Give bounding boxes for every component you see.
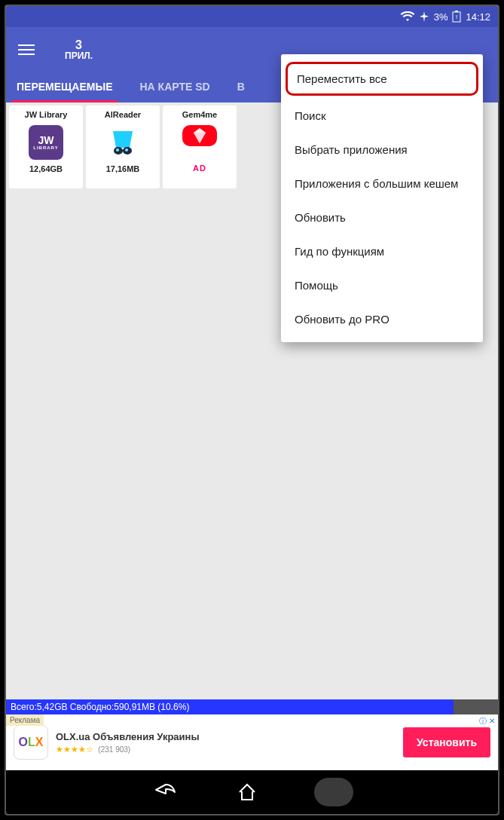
app-icon [105,125,140,160]
svg-text:!: ! [456,14,457,20]
app-count: 3 ПРИЛ. [65,38,93,62]
ad-banner[interactable]: Реклама ⓘ ✕ OLX OLX.ua Объявления Украин… [6,714,498,770]
app-icon [182,125,217,146]
hamburger-icon[interactable] [18,39,39,60]
app-name: JW Library [25,110,68,119]
tab-sdcard[interactable]: НА КАРТЕ SD [136,73,215,102]
menu-upgrade-pro[interactable]: Обновить до PRO [281,302,483,336]
app-ad-label: AD [185,151,214,185]
tab-other[interactable]: В [233,73,249,102]
storage-text: Всего:5,42GB Свободно:590,91MB (10.6%) [11,702,189,712]
clock: 14:12 [466,11,490,23]
airplane-icon [419,11,429,22]
overflow-menu: Переместить все Поиск Выбрать приложения… [281,54,483,342]
battery-percent: 3% [434,11,448,23]
menu-select-apps[interactable]: Выбрать приложения [281,133,483,167]
menu-refresh[interactable]: Обновить [281,200,483,234]
ad-logo: OLX [14,725,48,760]
menu-large-cache[interactable]: Приложения с большим кешем [281,167,483,200]
storage-bar: Всего:5,42GB Свободно:590,91MB (10.6%) [6,699,498,714]
install-button[interactable]: Установить [403,727,490,757]
menu-search[interactable]: Поиск [281,99,483,133]
menu-move-all[interactable]: Переместить все [286,62,478,96]
home-button[interactable] [233,778,261,806]
menu-help[interactable]: Помощь [281,268,483,302]
app-card-alreader[interactable]: AlReader 17,16MB [86,106,160,188]
back-button[interactable] [151,778,180,806]
app-name: Gem4me [182,110,217,119]
svg-rect-1 [455,11,458,12]
menu-guide[interactable]: Гид по функциям [281,234,483,268]
battery-icon: ! [452,11,461,23]
ad-text: OLX.ua Объявления Украины ★★★★☆ (231 903… [56,731,403,754]
recents-button[interactable] [314,778,353,806]
status-bar: 3% ! 14:12 [6,6,498,27]
app-card-jwlibrary[interactable]: JW Library JWLIBRARY 12,64GB [9,106,83,188]
app-size: 12,64GB [29,164,63,173]
svg-point-6 [125,148,128,151]
app-size: 17,16MB [106,164,140,173]
app-name: AlReader [105,110,141,119]
svg-point-5 [116,148,119,151]
ad-title: OLX.ua Объявления Украины [56,731,403,742]
wifi-icon [401,11,414,22]
ad-stars: ★★★★☆ [56,745,93,754]
ad-count: (231 903) [98,745,130,754]
app-icon: JWLIBRARY [29,125,63,160]
app-card-gem4me[interactable]: Gem4me AD [163,106,237,188]
tab-movable[interactable]: ПЕРЕМЕЩАЕМЫЕ [12,73,118,102]
nav-bar [6,770,498,814]
adchoices-icon[interactable]: ⓘ ✕ [479,716,495,727]
ad-label: Реклама [6,714,44,726]
